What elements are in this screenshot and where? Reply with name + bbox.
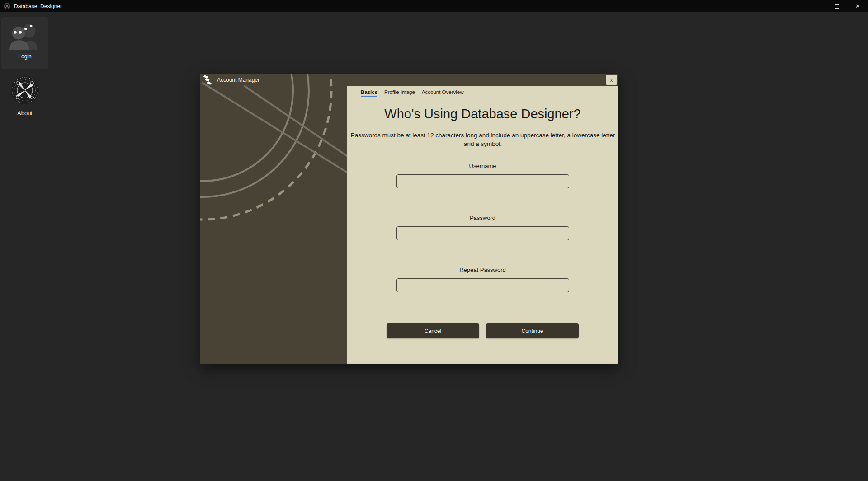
basics-tab-content: Who's Using Database Designer? Passwords… (347, 107, 618, 338)
dialog-tabs: Basics Profile Image Account Overview (347, 86, 618, 97)
app-logo-icon (4, 3, 10, 9)
password-requirements-text: Passwords must be at least 12 characters… (347, 131, 618, 148)
continue-button[interactable]: Continue (486, 323, 579, 338)
sidebar-item-about[interactable]: About (0, 76, 50, 117)
dialog-actions: Cancel Continue (347, 323, 618, 338)
minimize-icon (814, 6, 819, 6)
maximize-icon (835, 4, 839, 9)
window-controls: ✕ (806, 0, 868, 12)
minimize-button[interactable] (806, 0, 826, 12)
dialog-content-panel: Basics Profile Image Account Overview Wh… (347, 86, 618, 362)
window-title: Database_Designer (14, 3, 62, 9)
dialog-heading: Who's Using Database Designer? (347, 107, 618, 121)
dialog-title: Account Manager (217, 77, 259, 83)
tab-profile-image[interactable]: Profile Image (384, 89, 415, 97)
username-label: Username (347, 163, 618, 169)
cancel-button[interactable]: Cancel (387, 323, 479, 338)
login-label: Login (1, 53, 48, 60)
close-window-button[interactable]: ✕ (847, 0, 868, 12)
username-field-group: Username (347, 163, 618, 188)
about-label: About (0, 110, 50, 117)
repeat-password-input[interactable] (396, 278, 569, 292)
tab-account-overview[interactable]: Account Overview (422, 89, 464, 97)
login-users-icon (7, 22, 43, 50)
sidebar-item-login[interactable]: Login (1, 17, 48, 69)
maximize-button[interactable] (826, 0, 847, 12)
password-label: Password (347, 215, 618, 221)
account-manager-dialog: Account Manager x Basics Profile Image A… (200, 74, 618, 364)
window-titlebar: Database_Designer ✕ (0, 0, 868, 12)
tab-basics[interactable]: Basics (361, 89, 377, 97)
dialog-header: Account Manager (200, 74, 618, 86)
repeat-password-field-group: Repeat Password (347, 266, 618, 292)
about-emblem-icon (10, 76, 39, 105)
account-manager-logo-icon (203, 75, 213, 85)
password-input[interactable] (396, 226, 569, 240)
dialog-decorative-artwork (200, 74, 347, 364)
repeat-password-label: Repeat Password (347, 266, 618, 273)
username-input[interactable] (396, 174, 569, 188)
password-field-group: Password (347, 215, 618, 240)
close-icon: ✕ (855, 3, 860, 9)
dialog-close-button[interactable]: x (606, 75, 617, 85)
app-background: Login About (0, 12, 868, 481)
